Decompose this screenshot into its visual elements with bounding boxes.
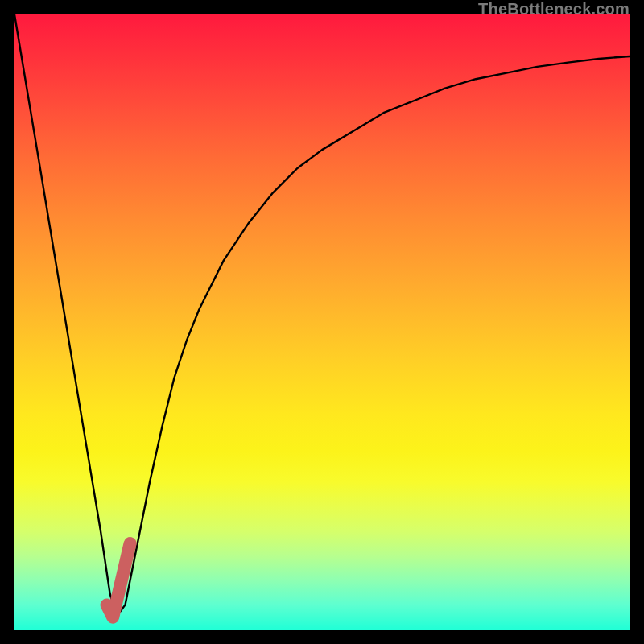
j-marker-path bbox=[107, 543, 130, 617]
plot-area bbox=[14, 14, 630, 630]
chart-frame: TheBottleneck.com bbox=[0, 0, 644, 644]
chart-svg bbox=[14, 14, 630, 630]
watermark-text: TheBottleneck.com bbox=[478, 0, 630, 19]
bottleneck-curve-path bbox=[14, 14, 630, 617]
